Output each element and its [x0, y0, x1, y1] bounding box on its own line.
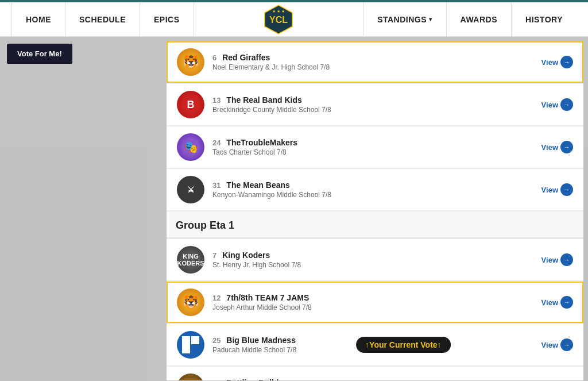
team-info: 13 The Real Band Kids Breckinridge Count…	[212, 95, 541, 114]
team-avatar: 🐯	[177, 288, 204, 316]
team-row: 🐯 6 Red Giraffes Noel Elementary & Jr. H…	[167, 41, 583, 83]
team-avatar: 🐯	[177, 48, 204, 76]
nav-logo[interactable]: YCL ★ ★ ★	[194, 3, 363, 36]
team-name: 30 Battling Bulldogs	[212, 378, 541, 380]
team-avatar: KINGKODERS	[177, 246, 204, 274]
nav-home[interactable]: HOME	[11, 2, 65, 37]
view-arrow-icon: →	[560, 56, 573, 68]
svg-text:YCL: YCL	[269, 15, 288, 25]
view-button[interactable]: View →	[541, 338, 573, 351]
view-arrow-icon: →	[560, 183, 573, 196]
team-avatar: B	[177, 91, 204, 118]
nav-standings[interactable]: STANDINGS ▾	[363, 2, 446, 37]
content-area: 🐯 6 Red Giraffes Noel Elementary & Jr. H…	[167, 41, 583, 380]
team-school: Joseph Arthur Middle School 7/8	[212, 303, 541, 311]
team-row: B 13 The Real Band Kids Breckinridge Cou…	[167, 84, 583, 125]
team-name: 6 Red Giraffes	[212, 53, 541, 62]
standings-chevron-icon: ▾	[429, 16, 432, 22]
team-info: 6 Red Giraffes Noel Elementary & Jr. Hig…	[212, 53, 541, 71]
svg-rect-5	[191, 336, 199, 344]
team-school: Noel Elementary & Jr. High School 7/8	[212, 63, 541, 71]
team-row: 🎭 24 TheTroubleMakers Taos Charter Schoo…	[167, 126, 583, 168]
team-name: 12 7th/8th TEAM 7 JAMS	[212, 293, 541, 302]
team-info: 30 Battling Bulldogs South Pemiscot 7/8	[212, 378, 541, 380]
view-arrow-icon: →	[560, 338, 573, 351]
nav-left: HOME SCHEDULE EPICS	[11, 2, 194, 37]
view-arrow-icon: →	[560, 296, 573, 309]
view-button[interactable]: View →	[541, 183, 573, 196]
team-school: Taos Charter School 7/8	[212, 148, 541, 156]
main-content: Vote For Me! 🐯 6 Red Giraffes Noel Eleme…	[0, 37, 588, 381]
view-button[interactable]: View →	[541, 141, 573, 153]
team-name: 31 The Mean Beans	[212, 180, 541, 190]
group-eta-header: Group Eta 1	[167, 211, 583, 238]
team-school: St. Henry Jr. High School 7/8	[212, 261, 541, 269]
team-name: 13 The Real Band Kids	[212, 95, 541, 105]
team-info: 31 The Mean Beans Kenyon-Wanamingo Middl…	[212, 180, 541, 199]
view-button[interactable]: View →	[541, 98, 573, 111]
team-row: 25 Big Blue Madness Paducah Middle Schoo…	[167, 324, 583, 365]
vote-for-me-button[interactable]: Vote For Me!	[7, 44, 72, 64]
team-avatar: ⚔	[177, 176, 204, 203]
team-info: 7 King Koders St. Henry Jr. High School …	[212, 251, 541, 269]
bigblue-logo-icon	[179, 333, 202, 356]
sidebar: Vote For Me!	[0, 37, 167, 381]
nav-awards[interactable]: AWARDS	[446, 2, 511, 37]
nav-schedule[interactable]: SCHEDULE	[65, 2, 140, 37]
view-button[interactable]: View →	[541, 253, 573, 266]
view-arrow-icon: →	[560, 253, 573, 266]
nav-epics[interactable]: EPICS	[140, 2, 194, 37]
view-arrow-icon: →	[560, 141, 573, 153]
team-name: 7 King Koders	[212, 251, 541, 260]
nav-history[interactable]: HISTORY	[511, 2, 577, 37]
team-info: 12 7th/8th TEAM 7 JAMS Joseph Arthur Mid…	[212, 293, 541, 311]
view-arrow-icon: →	[560, 98, 573, 111]
navigation: HOME SCHEDULE EPICS YCL ★ ★ ★ STANDINGS …	[0, 2, 588, 37]
team-school: Breckinridge County Middle School 7/8	[212, 106, 541, 114]
logo-hexagon-icon: YCL ★ ★ ★	[262, 3, 295, 36]
team-avatar: 🎭	[177, 133, 204, 161]
svg-text:★ ★ ★: ★ ★ ★	[272, 9, 285, 13]
view-button[interactable]: View →	[541, 296, 573, 309]
svg-rect-4	[182, 336, 190, 353]
team-row: 🐯 12 7th/8th TEAM 7 JAMS Joseph Arthur M…	[167, 282, 583, 323]
team-avatar	[177, 331, 204, 359]
team-school: Kenyon-Wanamingo Middle School 7/8	[212, 191, 541, 199]
team-name: 24 TheTroubleMakers	[212, 138, 541, 147]
teams-scroll-area[interactable]: 🐯 6 Red Giraffes Noel Elementary & Jr. H…	[167, 41, 583, 380]
team-avatar: BATTLEDOGS	[177, 374, 204, 380]
team-info: 24 TheTroubleMakers Taos Charter School …	[212, 138, 541, 156]
team-row: BATTLEDOGS 30 Battling Bulldogs South Pe…	[167, 367, 583, 380]
view-button[interactable]: View →	[541, 56, 573, 68]
nav-right: STANDINGS ▾ AWARDS HISTORY	[363, 2, 577, 37]
current-vote-badge: ↑Your Current Vote↑	[356, 337, 451, 353]
team-row: ⚔ 31 The Mean Beans Kenyon-Wanamingo Mid…	[167, 169, 583, 210]
team-row: KINGKODERS 7 King Koders St. Henry Jr. H…	[167, 239, 583, 280]
